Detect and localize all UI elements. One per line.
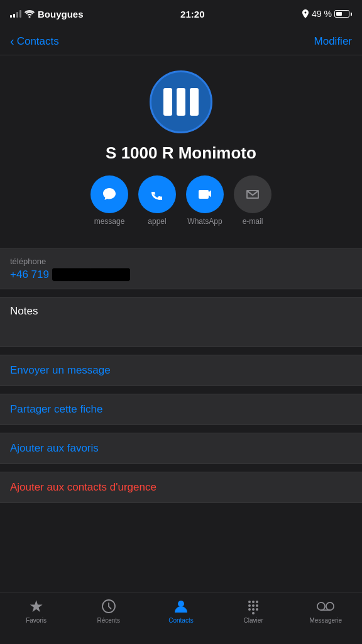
svg-point-7 bbox=[252, 604, 255, 607]
status-right: 49 % bbox=[302, 9, 352, 19]
whatsapp-button[interactable] bbox=[186, 175, 224, 213]
favoris-text: Ajouter aux favoris bbox=[10, 442, 99, 454]
favoris-link[interactable]: Ajouter aux favoris bbox=[0, 433, 362, 464]
keypad-icon bbox=[244, 597, 262, 615]
battery-indicator bbox=[334, 10, 352, 18]
tab-clavier-label: Clavier bbox=[244, 617, 263, 624]
message-action[interactable]: message bbox=[90, 175, 128, 226]
email-action[interactable]: e-mail bbox=[234, 175, 272, 226]
tab-bar: ★ Favoris Récents Contacts bbox=[0, 592, 362, 644]
svg-point-5 bbox=[256, 601, 258, 603]
appel-button[interactable] bbox=[138, 175, 176, 213]
location-icon bbox=[302, 9, 309, 18]
svg-point-12 bbox=[252, 612, 255, 614]
back-button[interactable]: ‹ Contacts bbox=[10, 35, 59, 48]
svg-point-13 bbox=[317, 602, 325, 610]
clock-icon bbox=[100, 597, 118, 615]
status-bar: Bouygues 21:20 49 % bbox=[0, 0, 362, 28]
envoyer-link[interactable]: Envoyer un message bbox=[0, 355, 362, 386]
wifi-icon bbox=[25, 10, 35, 18]
phone-number-hidden: ██████████ bbox=[52, 269, 130, 280]
avatar bbox=[150, 70, 212, 133]
tab-favoris-label: Favoris bbox=[26, 617, 47, 624]
notes-section: Notes bbox=[0, 297, 362, 347]
phone-icon bbox=[149, 186, 165, 203]
tab-contacts[interactable]: Contacts bbox=[162, 597, 200, 624]
signal-bars bbox=[10, 10, 21, 18]
voicemail-icon bbox=[317, 597, 334, 615]
envoyer-text: Envoyer un message bbox=[10, 364, 111, 376]
email-label: e-mail bbox=[243, 217, 263, 226]
svg-point-4 bbox=[252, 601, 255, 603]
telephone-value[interactable]: +46 719 ██████████ bbox=[10, 269, 352, 281]
nav-bar: ‹ Contacts Modifier bbox=[0, 28, 362, 55]
tab-messagerie[interactable]: Messagerie bbox=[307, 597, 344, 624]
star-icon: ★ bbox=[28, 597, 45, 615]
status-left: Bouygues bbox=[10, 9, 84, 19]
tab-recents[interactable]: Récents bbox=[90, 597, 128, 624]
urgence-link[interactable]: Ajouter aux contacts d'urgence bbox=[0, 472, 362, 503]
message-icon bbox=[101, 186, 118, 203]
contact-name: S 1000 R Monimoto bbox=[106, 143, 256, 163]
svg-point-14 bbox=[326, 602, 334, 610]
back-chevron-icon: ‹ bbox=[10, 35, 14, 47]
envelope-icon bbox=[244, 186, 261, 203]
person-icon bbox=[172, 597, 190, 615]
svg-point-11 bbox=[256, 608, 258, 611]
appel-action[interactable]: appel bbox=[138, 175, 176, 226]
svg-point-3 bbox=[248, 601, 251, 603]
whatsapp-label: WhatsApp bbox=[187, 217, 222, 226]
profile-section: S 1000 R Monimoto message appel bbox=[0, 55, 362, 241]
carrier-name: Bouygues bbox=[38, 9, 84, 19]
back-label: Contacts bbox=[17, 35, 59, 48]
svg-point-9 bbox=[248, 608, 251, 611]
email-button[interactable] bbox=[234, 175, 272, 213]
tab-recents-label: Récents bbox=[97, 617, 120, 624]
tab-contacts-label: Contacts bbox=[168, 617, 193, 624]
tab-messagerie-label: Messagerie bbox=[309, 617, 342, 624]
notes-label: Notes bbox=[10, 305, 352, 318]
tab-favoris[interactable]: ★ Favoris bbox=[18, 597, 55, 624]
modifier-button[interactable]: Modifier bbox=[314, 35, 352, 48]
telephone-label: téléphone bbox=[10, 257, 352, 266]
partager-text: Partager cette fiche bbox=[10, 403, 102, 415]
urgence-text: Ajouter aux contacts d'urgence bbox=[10, 481, 156, 493]
video-icon bbox=[196, 186, 214, 203]
svg-point-6 bbox=[248, 604, 251, 607]
phone-number-visible: +46 719 bbox=[10, 269, 52, 280]
telephone-section: téléphone +46 719 ██████████ bbox=[0, 248, 362, 289]
svg-point-2 bbox=[178, 601, 184, 607]
svg-point-10 bbox=[252, 608, 255, 611]
message-label: message bbox=[94, 217, 125, 226]
battery-percent: 49 % bbox=[312, 9, 332, 19]
whatsapp-action[interactable]: WhatsApp bbox=[186, 175, 224, 226]
tab-clavier[interactable]: Clavier bbox=[234, 597, 272, 624]
appel-label: appel bbox=[148, 217, 166, 226]
partager-link[interactable]: Partager cette fiche bbox=[0, 394, 362, 425]
message-button[interactable] bbox=[90, 175, 128, 213]
action-buttons: message appel WhatsApp bbox=[90, 175, 272, 226]
status-time: 21:20 bbox=[180, 9, 204, 19]
avatar-bars-icon bbox=[163, 88, 199, 116]
svg-point-8 bbox=[256, 604, 258, 607]
